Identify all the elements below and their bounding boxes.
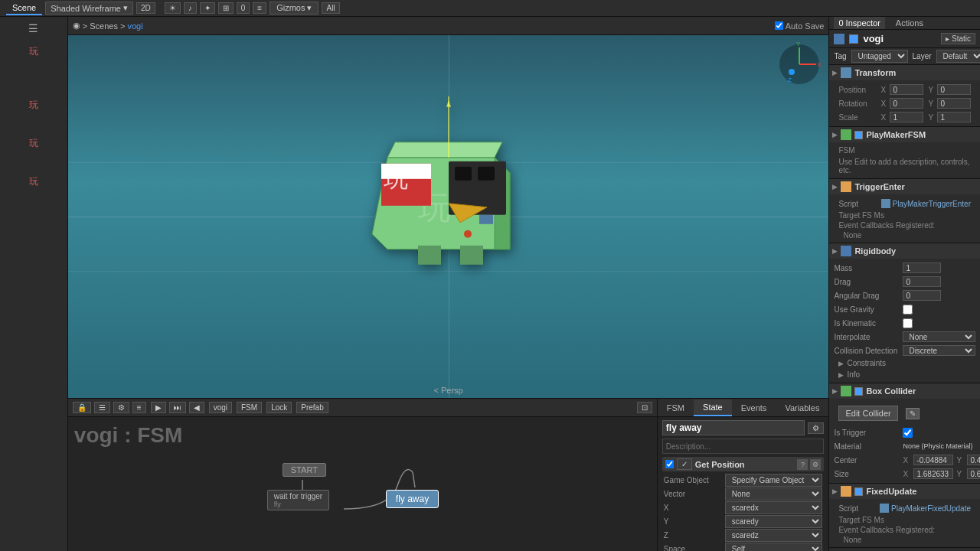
scale-x-input[interactable] [890,112,923,122]
svg-text:Z: Z [788,77,792,83]
action-checkbox[interactable] [665,460,674,468]
fsm-tab-events[interactable]: Events [732,400,776,416]
hierarchy-icon[interactable]: ☰ [0,17,67,40]
mass-input[interactable] [903,262,941,273]
game-object-dropdown[interactable]: Specify Game Object [725,474,823,487]
pm-step-btn[interactable]: ⏭ [169,402,186,413]
description-input[interactable] [662,439,825,454]
fsm-tab-variables[interactable]: Variables [776,400,828,416]
auto-save-checkbox[interactable] [775,21,783,30]
trigger-enter-component: ▶ TriggerEnter Script PlayMakerTriggerEn… [829,179,980,243]
playmaker-header[interactable]: ▶ PlayMakerFSM [829,127,980,142]
object-icon-4[interactable]: 玩 [0,170,67,193]
playmaker-checkbox[interactable] [854,131,863,139]
rigidbody-header[interactable]: ▶ Rigidbody [829,243,980,259]
playmaker-panel: 🔒 ☰ ⚙ ≡ ▶ ⏭ ◀ vogi FSM Lo [68,399,658,551]
fly-away-node[interactable]: fly away [386,490,439,508]
action-info-btn[interactable]: ? [797,459,808,470]
inspector-tab[interactable]: 0 Inspector [834,17,884,29]
size-y-input[interactable] [967,468,980,479]
pm-prefab-btn[interactable]: Prefab [296,402,328,413]
layer-dropdown[interactable]: Default [936,50,980,63]
audio-btn[interactable]: ♪ [184,2,197,14]
tag-layer-row: Tag Untagged Layer Default [829,48,980,65]
scene-tab[interactable]: Scene [6,2,42,15]
pm-lock-btn[interactable]: 🔒 [73,402,91,413]
z-dropdown[interactable]: scaredz [725,529,823,542]
fsm-tab-state[interactable]: State [694,399,732,416]
angular-drag-input[interactable] [903,290,941,301]
pm-fsm-dropdown[interactable]: FSM [237,402,262,413]
fixed-update-checkbox[interactable] [854,487,863,496]
pm-fsm-area[interactable]: vogi : FSM START [68,417,657,551]
state-name-input[interactable] [662,420,805,435]
pm-lock-label-btn[interactable]: Lock [266,402,292,413]
breadcrumb-vogi[interactable]: vogi [127,21,142,31]
y-dropdown[interactable]: scaredy [725,515,823,528]
object-icon-1[interactable]: 玩 [0,40,67,63]
vector-dropdown[interactable]: None [725,487,823,500]
obj-active-checkbox[interactable] [849,34,858,44]
use-gravity-checkbox[interactable] [903,305,913,315]
edit-collider-btn[interactable]: Edit Collider [838,406,897,421]
scale-y-input[interactable] [937,112,971,122]
pm-hierarchy-btn[interactable]: ☰ [94,402,110,413]
wait-trigger-node[interactable]: wait for trigger fly [267,490,329,510]
rigidbody-component: ▶ Rigidbody Mass Drag Angular Drag [829,243,980,383]
all-btn[interactable]: All [322,2,339,14]
scene-gizmo-btn[interactable]: ⊞ [218,2,234,14]
start-node[interactable]: START [283,463,326,477]
right-panel: 0 Inspector Actions vogi ▸ Static Tag Un… [828,17,980,551]
fsm-tab-fsm[interactable]: FSM [658,400,694,416]
persp-label[interactable]: < Persp [434,386,463,395]
pos-x-input[interactable] [890,84,923,95]
size-x-input[interactable] [913,468,953,479]
pm-expand-btn[interactable]: ⊡ [637,402,652,413]
breadcrumb: ◉ > Scenes > vogi [73,21,143,31]
space-dropdown[interactable]: Self [725,543,823,552]
rot-y-input[interactable] [937,98,971,109]
collider-mode-btn[interactable]: ✎ [906,408,920,419]
constraints-row[interactable]: ▶ Constraints [834,357,975,369]
2d-mode-btn[interactable]: 2D [136,2,155,14]
fx-btn[interactable]: ✦ [200,2,215,14]
scene-viewport[interactable]: 玩 玩 [68,35,829,398]
box-collider-header[interactable]: ▶ Box Collider [829,383,980,399]
layers-btn[interactable]: ≡ [253,2,266,14]
center-y-input[interactable] [967,455,980,465]
drag-input[interactable] [903,276,941,287]
gizmos-dropdown[interactable]: Gizmos ▾ [270,2,318,15]
tag-dropdown[interactable]: Untagged [851,50,908,63]
fsm-arrows [68,417,657,551]
trigger-enter-header[interactable]: ▶ TriggerEnter [829,179,980,194]
x-dropdown[interactable]: scaredx [725,501,823,514]
pm-play-btn[interactable]: ▶ [151,402,166,413]
pm-list-btn[interactable]: ≡ [132,402,146,413]
shade-mode-dropdown[interactable]: Shaded Wireframe ▾ [45,2,133,15]
pm-settings-btn[interactable]: ⚙ [113,402,129,413]
object-icon-2[interactable]: 玩 [0,93,67,116]
lighting-btn[interactable]: ☀ [165,2,181,14]
state-settings-btn[interactable]: ⚙ [808,422,824,434]
z-row: Z scaredz [662,528,825,542]
interpolate-dropdown[interactable]: None [903,331,975,342]
collision-dropdown[interactable]: Discrete [903,345,975,356]
pm-back-btn[interactable]: ◀ [189,402,204,413]
action-check-btn[interactable]: ✓ [677,458,692,470]
box-collider-checkbox[interactable] [854,387,863,396]
rot-x-input[interactable] [890,98,923,109]
fixed-update-header[interactable]: ▶ FixedUpdate [829,484,980,499]
object-icon-3[interactable]: 玩 [0,132,67,155]
pm-obj-dropdown[interactable]: vogi [209,402,232,413]
obj-static-btn[interactable]: ▸ Static [941,33,975,44]
grid-btn[interactable]: 0 [237,2,250,14]
breadcrumb-scenes[interactable]: Scenes [90,21,118,31]
info-row[interactable]: ▶ Info [834,369,975,380]
pos-y-input[interactable] [937,84,971,95]
is-kinematic-checkbox[interactable] [903,318,913,328]
transform-header[interactable]: ▶ Transform [829,65,980,80]
is-trigger-checkbox[interactable] [903,428,913,438]
action-gear-btn[interactable]: ⚙ [810,459,821,470]
center-x-input[interactable] [913,455,953,465]
actions-tab[interactable]: Actions [891,17,928,29]
